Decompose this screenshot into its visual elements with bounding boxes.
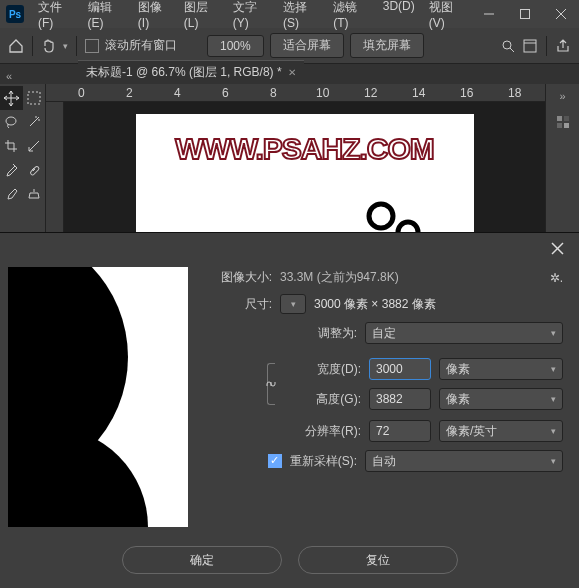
share-icon[interactable]	[555, 38, 571, 54]
hand-tool-icon[interactable]	[41, 38, 57, 54]
fill-screen-button[interactable]: 填充屏幕	[350, 33, 424, 58]
clone-stamp-tool[interactable]	[23, 182, 46, 206]
dimensions-value: 3000 像素 × 3882 像素	[314, 296, 563, 313]
dimensions-label: 尺寸:	[198, 296, 272, 313]
svg-rect-18	[564, 123, 569, 128]
crop-tool[interactable]	[0, 134, 23, 158]
home-icon[interactable]	[8, 38, 24, 54]
dimensions-unit-dropdown[interactable]: ▾	[280, 294, 306, 314]
svg-point-4	[503, 41, 511, 49]
scroll-all-checkbox[interactable]	[85, 39, 99, 53]
tool-preset-dropdown[interactable]: ▾	[63, 41, 68, 51]
maximize-button[interactable]	[507, 0, 543, 28]
resample-checkbox[interactable]	[268, 454, 282, 468]
dialog-preview	[8, 267, 188, 527]
image-size-value: 33.3M (之前为947.8K)	[280, 269, 542, 286]
move-tool[interactable]	[0, 86, 23, 110]
menu-select[interactable]: 选择(S)	[277, 0, 325, 34]
height-input[interactable]	[369, 388, 431, 410]
reset-button[interactable]: 复位	[298, 546, 458, 574]
brush-tool[interactable]	[0, 182, 23, 206]
svg-point-9	[6, 117, 16, 125]
resolution-label: 分辨率(R):	[287, 423, 361, 440]
panel-collapse-icon[interactable]: «	[6, 70, 12, 82]
fit-to-select[interactable]: 自定▾	[365, 322, 563, 344]
healing-brush-tool[interactable]	[23, 158, 46, 182]
resample-label: 重新采样(S):	[290, 453, 357, 470]
height-unit-select[interactable]: 像素▾	[439, 388, 563, 410]
resample-select[interactable]: 自动▾	[365, 450, 563, 472]
zoom-100-button[interactable]: 100%	[207, 35, 264, 57]
svg-rect-1	[521, 10, 530, 19]
height-label: 高度(G):	[287, 391, 361, 408]
search-icon[interactable]	[500, 38, 516, 54]
image-size-label: 图像大小:	[198, 269, 272, 286]
svg-rect-8	[28, 92, 40, 104]
arrange-icon[interactable]	[522, 38, 538, 54]
resolution-input[interactable]	[369, 420, 431, 442]
menu-file[interactable]: 文件(F)	[32, 0, 80, 34]
slice-tool[interactable]	[23, 134, 46, 158]
lasso-tool[interactable]	[0, 110, 23, 134]
width-label: 宽度(D):	[287, 361, 361, 378]
swatches-icon[interactable]	[555, 114, 571, 130]
document-tabs: 未标题-1 @ 66.7% (图层 1, RGB/8) * ✕	[0, 64, 579, 84]
app-logo: Ps	[6, 5, 24, 23]
close-button[interactable]	[543, 0, 579, 28]
eyedropper-tool[interactable]	[0, 158, 23, 182]
link-dimensions-icon[interactable]	[263, 376, 279, 392]
ruler-horizontal: 0 2 4 6 8 10 12 14 16 18 20	[46, 84, 545, 102]
resolution-unit-select[interactable]: 像素/英寸▾	[439, 420, 563, 442]
magic-wand-tool[interactable]	[23, 110, 46, 134]
svg-rect-10	[30, 166, 40, 176]
marquee-tool[interactable]	[23, 86, 46, 110]
width-input[interactable]	[369, 358, 431, 380]
menu-filter[interactable]: 滤镜(T)	[327, 0, 375, 34]
scroll-all-label: 滚动所有窗口	[105, 37, 177, 54]
menu-layer[interactable]: 图层(L)	[178, 0, 225, 34]
title-bar: Ps 文件(F) 编辑(E) 图像(I) 图层(L) 文字(Y) 选择(S) 滤…	[0, 0, 579, 28]
menu-view[interactable]: 视图(V)	[423, 0, 471, 34]
document-tab[interactable]: 未标题-1 @ 66.7% (图层 1, RGB/8) * ✕	[78, 60, 304, 84]
menu-bar: 文件(F) 编辑(E) 图像(I) 图层(L) 文字(Y) 选择(S) 滤镜(T…	[32, 0, 471, 34]
width-unit-select[interactable]: 像素▾	[439, 358, 563, 380]
fit-screen-button[interactable]: 适合屏幕	[270, 33, 344, 58]
panel-expand-icon[interactable]: »	[559, 90, 565, 102]
close-tab-icon[interactable]: ✕	[288, 67, 296, 78]
menu-image[interactable]: 图像(I)	[132, 0, 176, 34]
svg-rect-17	[557, 123, 562, 128]
menu-edit[interactable]: 编辑(E)	[82, 0, 130, 34]
dialog-close-icon[interactable]	[549, 240, 565, 256]
svg-line-5	[510, 48, 514, 52]
svg-point-13	[369, 204, 393, 228]
minimize-button[interactable]	[471, 0, 507, 28]
menu-3d[interactable]: 3D(D)	[377, 0, 421, 34]
menu-type[interactable]: 文字(Y)	[227, 0, 275, 34]
svg-rect-16	[564, 116, 569, 121]
svg-rect-6	[524, 40, 536, 52]
gear-icon[interactable]: ✲.	[550, 271, 563, 285]
document-tab-title: 未标题-1 @ 66.7% (图层 1, RGB/8) *	[86, 64, 282, 81]
svg-rect-15	[557, 116, 562, 121]
fit-to-label: 调整为:	[283, 325, 357, 342]
image-size-dialog: 图像大小: 33.3M (之前为947.8K) ✲. 尺寸: ▾ 3000 像素…	[0, 232, 579, 588]
watermark-text: WWW.PSAHZ.COM	[136, 114, 474, 166]
ok-button[interactable]: 确定	[122, 546, 282, 574]
